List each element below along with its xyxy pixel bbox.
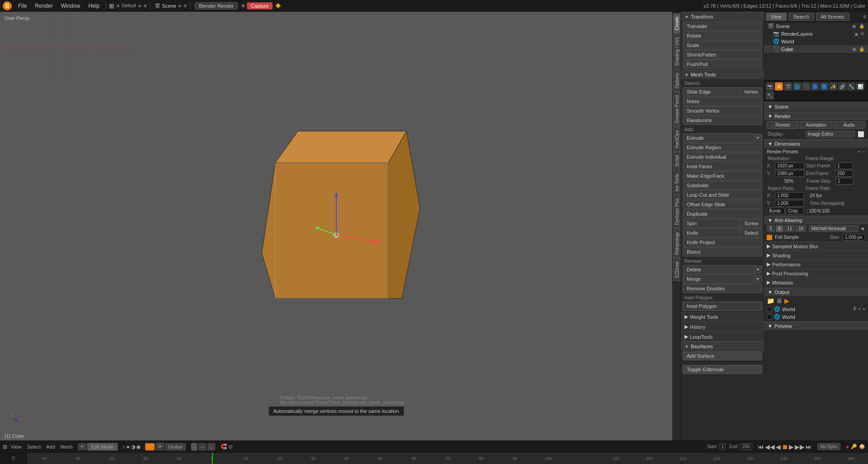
layout-plus[interactable]: × bbox=[116, 2, 120, 9]
knife-btn[interactable]: Knife bbox=[683, 228, 741, 237]
output-icon2[interactable]: 🖥 bbox=[776, 297, 783, 304]
presets-remove[interactable]: − bbox=[863, 149, 865, 154]
display-more[interactable]: ⬜ bbox=[858, 131, 864, 137]
scene-tree-item[interactable]: 🎬 Scene ◉ 🔒 bbox=[764, 22, 868, 30]
sidebar-tab-ezdraw[interactable]: EZDraw bbox=[673, 258, 680, 281]
spin-btn[interactable]: Spin bbox=[683, 219, 741, 228]
keying-btn[interactable]: 🔑 bbox=[851, 444, 857, 450]
post-processing-header[interactable]: ▶ Post Processing bbox=[764, 269, 868, 278]
animation-btn[interactable]: Animation bbox=[800, 121, 832, 129]
extrude-region-btn[interactable]: Extrude Region bbox=[683, 143, 762, 152]
aa-11-btn[interactable]: 11 bbox=[784, 225, 795, 232]
loop-cut-btn[interactable]: Loop Cut and Slide bbox=[683, 190, 762, 199]
rp-icon-scene[interactable]: 🎬 bbox=[784, 82, 792, 90]
play-btn[interactable]: ▶ bbox=[789, 443, 794, 450]
sidebar-tab-options[interactable]: Options bbox=[673, 70, 680, 91]
mode-icon[interactable]: ✏ bbox=[78, 443, 86, 450]
select-btn[interactable]: Select bbox=[25, 444, 43, 450]
presets-add[interactable]: + bbox=[858, 149, 860, 154]
vertex-btn[interactable]: Vertex bbox=[741, 87, 762, 96]
renderlayers-more[interactable]: ⚙ bbox=[860, 31, 864, 36]
edge-mode[interactable]: ─ bbox=[198, 443, 207, 450]
transform-orient[interactable]: ⟳ bbox=[156, 443, 164, 450]
renderlayers-visibility[interactable]: ◉ bbox=[854, 31, 859, 37]
cube-restrict[interactable]: 🔒 bbox=[859, 47, 864, 52]
subdivide-btn[interactable]: Subdivide bbox=[683, 181, 762, 190]
mesh-tools-header[interactable]: ▼ Mesh Tools bbox=[681, 70, 764, 79]
outliner-more[interactable]: ≡ bbox=[863, 14, 866, 20]
rp-icon-object[interactable]: ⬛ bbox=[802, 82, 810, 90]
world-plus[interactable]: + bbox=[858, 307, 861, 312]
transform-header[interactable]: ▼ Transform bbox=[681, 12, 764, 21]
border-input[interactable] bbox=[767, 208, 785, 214]
sidebar-tab-create[interactable]: Create bbox=[673, 14, 680, 33]
help-menu[interactable]: Help bbox=[85, 2, 103, 10]
file-menu[interactable]: File bbox=[14, 2, 30, 10]
rp-icon-render[interactable]: 📷 bbox=[766, 82, 774, 90]
scene-section-header[interactable]: ▼ Scene bbox=[764, 102, 868, 111]
rp-icon-settings[interactable]: ⚙ bbox=[775, 82, 783, 90]
start-frame-val[interactable]: 1 bbox=[719, 443, 726, 450]
merge-expand[interactable]: ▼ bbox=[755, 275, 762, 283]
full-sample-checkbox[interactable] bbox=[767, 235, 772, 240]
viewport-3d[interactable]: User Persp bbox=[0, 12, 672, 440]
view-tab[interactable]: View bbox=[766, 13, 787, 21]
shrink-fatten-btn[interactable]: Shrink/Fatten bbox=[683, 50, 762, 59]
snap-icon[interactable]: 🧲 bbox=[221, 444, 227, 450]
next-keyframe-btn[interactable]: ▶▶ bbox=[795, 443, 805, 450]
rp-icon-material[interactable]: 🔵 bbox=[811, 82, 819, 90]
sidebar-tab-hardops[interactable]: HardOps bbox=[673, 127, 680, 152]
preview-header[interactable]: ▼ Preview bbox=[764, 322, 868, 330]
inset-faces-btn[interactable]: Inset Faces bbox=[683, 162, 762, 171]
smooth-vertex-btn[interactable]: Smooth Vertex bbox=[683, 106, 762, 115]
global-select[interactable]: Global bbox=[165, 443, 186, 450]
translate-btn[interactable]: Translate bbox=[683, 22, 762, 31]
play-reverse-btn[interactable]: ◀ bbox=[776, 443, 781, 450]
scene-visibility[interactable]: ◉ bbox=[852, 24, 856, 28]
crop-input[interactable] bbox=[786, 208, 804, 214]
mesh-btn[interactable]: Mesh bbox=[59, 444, 75, 450]
scene-close[interactable]: × bbox=[184, 2, 187, 9]
rp-icon-texture[interactable]: 🟦 bbox=[820, 82, 828, 90]
size-input[interactable] bbox=[843, 234, 865, 241]
extrude-individual-btn[interactable]: Extrude Individual bbox=[683, 152, 762, 161]
rotate-btn[interactable]: Rotate bbox=[683, 31, 762, 40]
world-f-btn[interactable]: F bbox=[854, 307, 856, 312]
dimensions-header[interactable]: ▼ Dimensions bbox=[764, 139, 868, 148]
timeline-ruler[interactable]: -50 -40 -30 -20 -10 0 10 20 30 40 50 60 … bbox=[27, 453, 868, 464]
render-engine-select[interactable]: Blender Render bbox=[195, 2, 238, 9]
performance-header[interactable]: ▶ Performance bbox=[764, 260, 868, 269]
offset-edge-btn[interactable]: Offset Edge Slide bbox=[683, 200, 762, 209]
aspect-y-input[interactable] bbox=[775, 200, 804, 207]
cube-tree-item[interactable]: ⬛ Cube ◉ 🔒 bbox=[764, 45, 868, 53]
shading-texture[interactable]: ◑ bbox=[131, 444, 135, 450]
screw-btn[interactable]: Screw bbox=[741, 219, 762, 228]
rp-icon-world[interactable]: 🌐 bbox=[793, 82, 801, 90]
all-scenes-tab[interactable]: All Scenes bbox=[816, 13, 849, 21]
add-btn[interactable]: Add bbox=[44, 444, 57, 450]
view-btn[interactable]: View bbox=[9, 444, 24, 450]
duplicate-btn[interactable]: Duplicate bbox=[683, 209, 762, 218]
shading-header[interactable]: ▶ Shading bbox=[764, 251, 868, 260]
stop-btn[interactable]: ⏹ bbox=[782, 443, 788, 450]
weight-tools-header[interactable]: ▶ Weight Tools bbox=[681, 312, 764, 322]
aa-8-btn[interactable]: 8 bbox=[776, 225, 784, 232]
world-checkbox[interactable] bbox=[767, 307, 772, 312]
aa-5-btn[interactable]: 5 bbox=[767, 225, 775, 232]
delete-btn[interactable]: Delete bbox=[683, 265, 755, 274]
window-menu[interactable]: Window bbox=[57, 2, 84, 10]
scale-btn[interactable]: Scale bbox=[683, 41, 762, 50]
shading-render[interactable]: ◉ bbox=[136, 444, 141, 450]
shading-wire[interactable]: ○ bbox=[122, 444, 125, 450]
aa-16-btn[interactable]: 16 bbox=[796, 225, 806, 232]
sidebar-tab-script[interactable]: Script bbox=[673, 152, 680, 170]
bisect-btn[interactable]: Bisect bbox=[683, 247, 762, 256]
cube-vis[interactable]: ◉ bbox=[852, 47, 856, 52]
extrude-expand[interactable]: ▼ bbox=[755, 134, 762, 142]
end-frame-val[interactable]: 250 bbox=[740, 443, 752, 450]
jump-start-btn[interactable]: ⏮ bbox=[758, 443, 764, 450]
randomize-btn[interactable]: Randomize bbox=[683, 116, 762, 125]
layout-add[interactable]: + bbox=[138, 2, 142, 9]
delete-expand[interactable]: ▼ bbox=[755, 265, 762, 274]
start-frame-input[interactable] bbox=[835, 162, 853, 169]
